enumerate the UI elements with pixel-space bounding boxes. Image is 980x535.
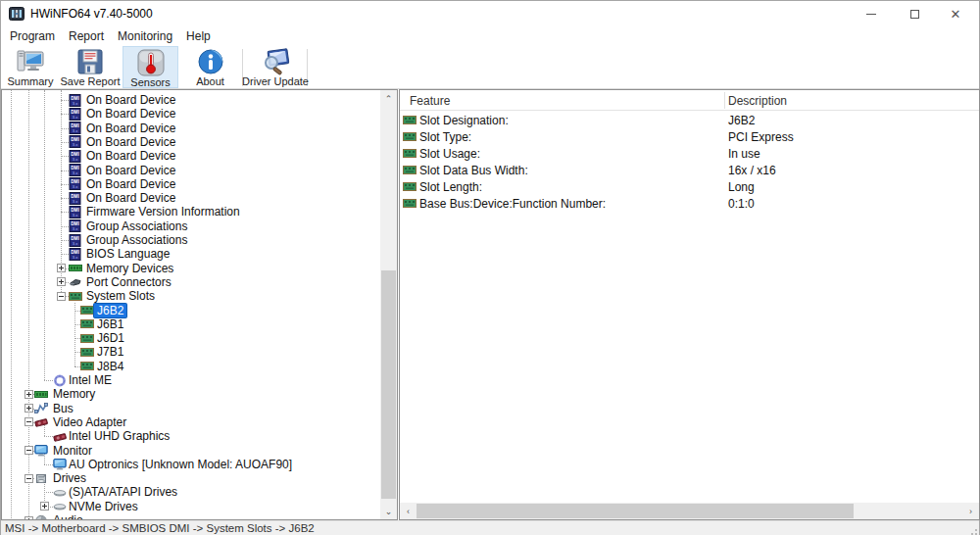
- tree-item-group-associations[interactable]: DMI3.xGroup Associations: [2, 233, 380, 247]
- tree-item-system-slots[interactable]: System Slots: [2, 289, 380, 303]
- scroll-left-icon[interactable]: ‹: [400, 503, 416, 519]
- collapse-minus-icon[interactable]: [24, 474, 33, 483]
- tree-item-label[interactable]: J8B4: [97, 360, 123, 373]
- tree-item-on-board-device[interactable]: DMI3.xOn Board Device: [2, 177, 380, 191]
- tree-item-label[interactable]: On Board Device: [86, 149, 175, 163]
- tree-item-monitor[interactable]: Monitor: [2, 444, 380, 458]
- tree-item-s-ata-atapi-drives[interactable]: (S)ATA/ATAPI Drives: [2, 485, 380, 499]
- scroll-up-icon[interactable]: ⌃: [380, 90, 397, 107]
- tree-item-label[interactable]: (S)ATA/ATAPI Drives: [69, 485, 177, 499]
- menu-item-help[interactable]: Help: [179, 27, 218, 45]
- tree-item-label[interactable]: Drives: [53, 471, 86, 485]
- tree-item-label[interactable]: J6B1: [97, 317, 123, 331]
- tree-item-on-board-device[interactable]: DMI3.xOn Board Device: [2, 191, 380, 205]
- tree-item-on-board-device[interactable]: DMI3.xOn Board Device: [2, 93, 380, 107]
- maximize-button[interactable]: [893, 1, 936, 26]
- tree-item-label[interactable]: BIOS Language: [86, 247, 170, 261]
- minimize-button[interactable]: [850, 1, 893, 26]
- driver-update-button[interactable]: Driver Update: [244, 46, 307, 88]
- expand-plus-icon[interactable]: [40, 502, 49, 511]
- tree-item-label[interactable]: On Board Device: [86, 122, 175, 135]
- save-report-button[interactable]: Save Report: [60, 46, 121, 88]
- tree-item-intel-me[interactable]: Intel ME: [2, 373, 380, 387]
- column-separator[interactable]: [724, 92, 725, 109]
- expand-plus-icon[interactable]: [57, 264, 66, 272]
- tree-item-label[interactable]: On Board Device: [86, 177, 175, 191]
- tree-item-video-adapter[interactable]: Video Adapter: [2, 415, 380, 429]
- tree-item-group-associations[interactable]: DMI3.xGroup Associations: [2, 219, 380, 233]
- about-button[interactable]: About: [183, 46, 237, 88]
- menu-item-report[interactable]: Report: [62, 27, 111, 45]
- tree-item-label[interactable]: Memory Devices: [86, 262, 173, 275]
- tree-item-label[interactable]: On Board Device: [86, 164, 175, 177]
- tree-item-label[interactable]: Firmware Version Information: [86, 205, 240, 219]
- tree-item-label[interactable]: Bus: [53, 402, 74, 415]
- expand-plus-icon[interactable]: [24, 516, 33, 520]
- expand-plus-icon[interactable]: [57, 277, 66, 286]
- summary-button[interactable]: Summary: [5, 46, 56, 88]
- scroll-down-icon[interactable]: ⌄: [380, 503, 397, 519]
- tree-item-j6b1[interactable]: J6B1: [2, 317, 380, 331]
- collapse-minus-icon[interactable]: [24, 446, 33, 455]
- tree-item-label[interactable]: Audio: [53, 513, 83, 519]
- resize-grip-icon[interactable]: [965, 523, 977, 535]
- sensors-button[interactable]: Sensors: [122, 46, 178, 88]
- tree-item-intel-uhd-graphics[interactable]: Intel UHD Graphics: [2, 429, 380, 443]
- expand-plus-icon[interactable]: [24, 404, 33, 413]
- tree-scrollbar-thumb[interactable]: [381, 270, 396, 499]
- tree-item-label[interactable]: On Board Device: [86, 93, 175, 107]
- menu-item-program[interactable]: Program: [3, 27, 62, 45]
- table-row-base-bus-device-function-number[interactable]: Base Bus:Device:Function Number:0:1:0: [400, 195, 979, 212]
- close-button[interactable]: ✕: [934, 1, 977, 26]
- detail-horizontal-scrollbar[interactable]: ‹ ›: [400, 503, 979, 519]
- tree-item-label[interactable]: On Board Device: [86, 191, 175, 205]
- tree-item-j6d1[interactable]: J6D1: [2, 331, 380, 345]
- tree-item-label[interactable]: Memory: [53, 387, 95, 401]
- tree-item-on-board-device[interactable]: DMI3.xOn Board Device: [2, 135, 380, 149]
- column-header-description[interactable]: Description: [728, 94, 787, 108]
- table-row-slot-designation[interactable]: Slot Designation:J6B2: [400, 112, 979, 128]
- tree-item-on-board-device[interactable]: DMI3.xOn Board Device: [2, 149, 380, 163]
- table-row-slot-usage[interactable]: Slot Usage:In use: [400, 145, 979, 162]
- tree-item-on-board-device[interactable]: DMI3.xOn Board Device: [2, 107, 380, 121]
- tree-item-label[interactable]: Group Associations: [86, 233, 187, 247]
- tree-item-j6b2[interactable]: J6B2: [2, 304, 380, 317]
- tree-item-label[interactable]: AU Optronics [Unknown Model: AUOAF90]: [69, 458, 292, 471]
- tree-item-label[interactable]: Intel ME: [69, 373, 112, 387]
- tree-item-drives[interactable]: Drives: [2, 471, 380, 485]
- table-row-slot-type[interactable]: Slot Type:PCI Express: [400, 128, 979, 145]
- collapse-minus-icon[interactable]: [57, 292, 66, 301]
- tree-item-label[interactable]: NVMe Drives: [69, 500, 138, 513]
- tree-item-label[interactable]: Monitor: [53, 444, 92, 458]
- tree-item-nvme-drives[interactable]: NVMe Drives: [2, 500, 380, 513]
- detail-scrollbar-thumb[interactable]: [416, 504, 854, 518]
- tree-vertical-scrollbar[interactable]: ⌃ ⌄: [380, 90, 397, 519]
- tree-item-au-optronics-unknown-model-auoaf90[interactable]: AU Optronics [Unknown Model: AUOAF90]: [2, 458, 380, 471]
- column-header-feature[interactable]: Feature: [410, 94, 450, 108]
- tree-item-label[interactable]: Group Associations: [86, 219, 187, 233]
- tree-item-label[interactable]: On Board Device: [86, 135, 175, 149]
- tree-item-bios-language[interactable]: DMI3.xBIOS Language: [2, 247, 380, 261]
- menu-item-monitoring[interactable]: Monitoring: [111, 27, 179, 45]
- tree-item-firmware-version-information[interactable]: DMI3.xFirmware Version Information: [2, 205, 380, 219]
- expand-plus-icon[interactable]: [24, 390, 33, 399]
- tree-item-audio[interactable]: Audio: [2, 513, 380, 519]
- tree-item-label[interactable]: On Board Device: [86, 107, 175, 121]
- table-row-slot-length[interactable]: Slot Length:Long: [400, 178, 979, 195]
- tree-item-label[interactable]: Intel UHD Graphics: [69, 429, 170, 443]
- tree-item-memory[interactable]: Memory: [2, 387, 380, 401]
- tree-item-label[interactable]: J6B2: [94, 304, 126, 317]
- collapse-minus-icon[interactable]: [24, 417, 33, 426]
- tree-item-memory-devices[interactable]: Memory Devices: [2, 262, 380, 275]
- tree-item-j7b1[interactable]: J7B1: [2, 345, 380, 359]
- tree-item-label[interactable]: Port Connectors: [86, 275, 172, 289]
- tree-item-label[interactable]: J7B1: [97, 345, 123, 359]
- tree-item-bus[interactable]: Bus: [2, 402, 380, 415]
- tree-item-port-connectors[interactable]: Port Connectors: [2, 275, 380, 289]
- tree-item-label[interactable]: Video Adapter: [53, 415, 126, 429]
- table-row-slot-data-bus-width[interactable]: Slot Data Bus Width:16x / x16: [400, 162, 979, 178]
- tree-item-on-board-device[interactable]: DMI3.xOn Board Device: [2, 122, 380, 135]
- tree-item-label[interactable]: System Slots: [86, 289, 155, 303]
- tree-item-j8b4[interactable]: J8B4: [2, 360, 380, 373]
- scroll-right-icon[interactable]: ›: [962, 503, 979, 519]
